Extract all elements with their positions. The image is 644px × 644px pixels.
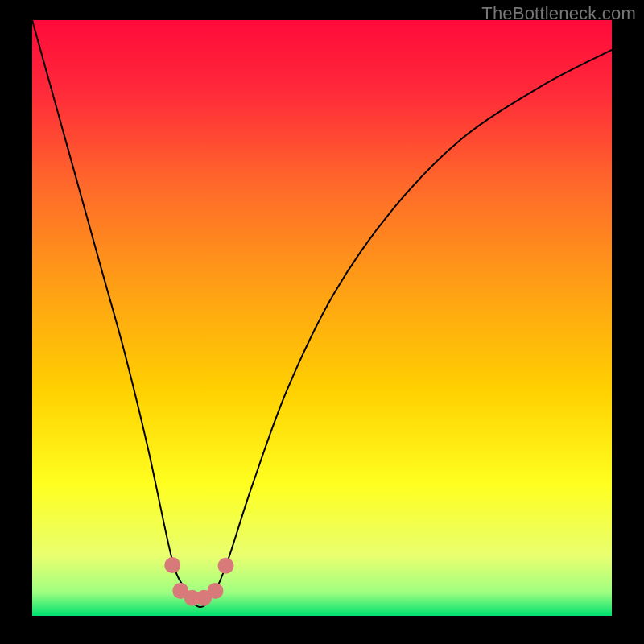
- curve-marker: [218, 558, 234, 574]
- plot-area: [32, 20, 612, 616]
- bottleneck-chart: [32, 20, 612, 616]
- curve-marker: [208, 583, 224, 599]
- chart-frame: TheBottleneck.com: [0, 0, 644, 644]
- curve-marker: [164, 557, 180, 573]
- gradient-background: [32, 20, 612, 616]
